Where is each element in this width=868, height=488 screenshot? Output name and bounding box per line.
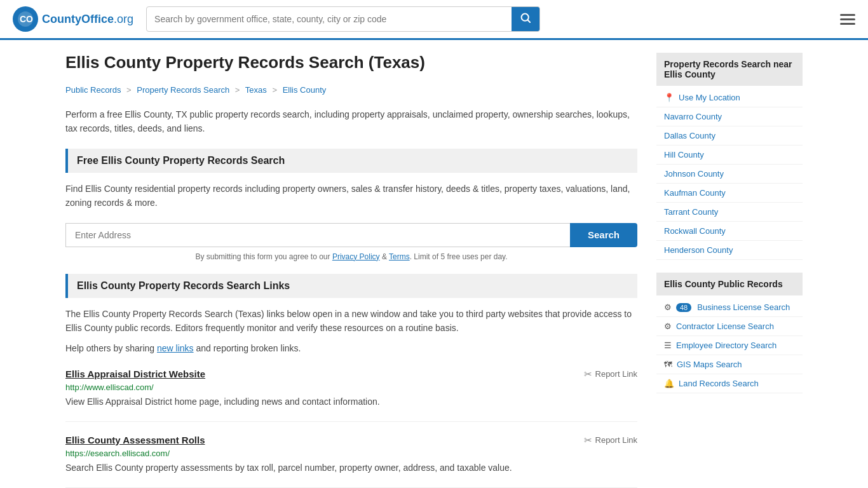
- sidebar-use-location[interactable]: 📍 Use My Location: [656, 88, 803, 107]
- business-license-link[interactable]: Business License Search: [697, 302, 790, 312]
- new-links-link[interactable]: new links: [157, 343, 194, 353]
- hamburger-menu[interactable]: [840, 14, 855, 25]
- page-title: Ellis County Property Records Search (Te…: [65, 53, 637, 72]
- business-badge: 48: [676, 303, 691, 312]
- sidebar-contractor-license[interactable]: ⚙ Contractor License Search: [656, 317, 803, 336]
- use-my-location-link[interactable]: Use My Location: [679, 93, 740, 102]
- report-link-button-0[interactable]: ✂ Report Link: [584, 369, 637, 380]
- sidebar-item-rockwall[interactable]: Rockwall County: [656, 222, 803, 241]
- address-search-form: Search By submitting this form you agree…: [65, 223, 637, 261]
- link-url-0[interactable]: http://www.elliscad.com/: [65, 383, 637, 392]
- sidebar-item-dallas[interactable]: Dallas County: [656, 126, 803, 146]
- sidebar-nearby-header: Property Records Search near Ellis Count…: [656, 53, 803, 86]
- gear-icon-business: ⚙: [664, 302, 672, 312]
- navarro-county-link[interactable]: Navarro County: [664, 112, 722, 121]
- land-records-link[interactable]: Land Records Search: [679, 379, 759, 388]
- henderson-county-link[interactable]: Henderson County: [664, 245, 733, 255]
- global-search-button[interactable]: [512, 7, 539, 31]
- svg-line-3: [527, 20, 530, 22]
- sidebar-public-records-header: Ellis County Public Records: [656, 273, 803, 295]
- breadcrumb-public-records[interactable]: Public Records: [65, 85, 121, 95]
- link-title-0[interactable]: Ellis Appraisal District Website: [65, 369, 205, 379]
- dallas-county-link[interactable]: Dallas County: [664, 131, 715, 140]
- breadcrumb-texas[interactable]: Texas: [245, 85, 267, 95]
- kaufman-county-link[interactable]: Kaufman County: [664, 188, 726, 198]
- sidebar-gis-maps[interactable]: 🗺 GIS Maps Search: [656, 355, 803, 374]
- book-icon: ☰: [664, 341, 672, 350]
- help-text: Help others by sharing new links and rep…: [65, 341, 637, 355]
- form-disclaimer: By submitting this form you agree to our…: [65, 252, 637, 261]
- sidebar-item-johnson[interactable]: Johnson County: [656, 165, 803, 184]
- search-form-row: Search: [65, 223, 637, 247]
- logo-icon: CO: [13, 6, 38, 32]
- breadcrumb: Public Records > Property Records Search…: [65, 81, 637, 98]
- link-item-header-0: Ellis Appraisal District Website ✂ Repor…: [65, 369, 637, 380]
- free-search-desc: Find Ellis County residential property r…: [65, 182, 637, 210]
- breadcrumb-ellis-county[interactable]: Ellis County: [283, 85, 327, 95]
- link-url-1[interactable]: https://esearch.elliscad.com/: [65, 449, 637, 458]
- sidebar-public-records-section: Ellis County Public Records ⚙ 48 Busines…: [656, 273, 803, 393]
- report-link-button-1[interactable]: ✂ Report Link: [584, 435, 637, 446]
- terms-link[interactable]: Terms: [389, 252, 410, 261]
- link-item-1: Ellis County Assessment Rolls ✂ Report L…: [65, 435, 637, 488]
- links-section: The Ellis County Property Records Search…: [65, 307, 637, 356]
- links-desc: The Ellis County Property Records Search…: [65, 307, 637, 336]
- address-search-input[interactable]: [65, 223, 570, 247]
- links-section-header: Ellis County Property Records Search Lin…: [65, 274, 637, 298]
- employee-directory-link[interactable]: Employee Directory Search: [676, 341, 776, 350]
- sidebar: Property Records Search near Ellis Count…: [656, 53, 803, 488]
- link-title-1[interactable]: Ellis County Assessment Rolls: [65, 435, 205, 445]
- map-icon: 🗺: [664, 360, 672, 369]
- sidebar-item-kaufman[interactable]: Kaufman County: [656, 184, 803, 203]
- sidebar-business-license[interactable]: ⚙ 48 Business License Search: [656, 298, 803, 317]
- sidebar-employee-directory[interactable]: ☰ Employee Directory Search: [656, 336, 803, 355]
- logo[interactable]: CO CountyOffice.org: [13, 6, 133, 32]
- link-item-header-1: Ellis County Assessment Rolls ✂ Report L…: [65, 435, 637, 446]
- gear-icon-contractor: ⚙: [664, 322, 672, 331]
- bell-icon: 🔔: [664, 379, 674, 388]
- sidebar-item-henderson[interactable]: Henderson County: [656, 241, 803, 260]
- logo-text: CountyOffice.org: [42, 13, 133, 26]
- report-icon-0: ✂: [584, 369, 592, 380]
- link-desc-1: Search Ellis County property assessments…: [65, 461, 637, 475]
- sidebar-item-tarrant[interactable]: Tarrant County: [656, 203, 803, 222]
- tarrant-county-link[interactable]: Tarrant County: [664, 207, 718, 217]
- svg-text:CO: CO: [20, 14, 33, 24]
- contractor-license-link[interactable]: Contractor License Search: [676, 322, 774, 331]
- global-search-bar[interactable]: [146, 6, 540, 32]
- address-search-button[interactable]: Search: [570, 223, 637, 247]
- page-description: Perform a free Ellis County, TX public p…: [65, 107, 637, 136]
- sidebar-item-hill[interactable]: Hill County: [656, 146, 803, 165]
- link-desc-0: View Ellis Appraisal District home page,…: [65, 395, 637, 409]
- sidebar-nearby-section: Property Records Search near Ellis Count…: [656, 53, 803, 260]
- location-pin-icon: 📍: [664, 93, 674, 102]
- report-icon-1: ✂: [584, 435, 592, 446]
- free-search-header: Free Ellis County Property Records Searc…: [65, 149, 637, 173]
- header: CO CountyOffice.org: [0, 0, 868, 40]
- gis-maps-link[interactable]: GIS Maps Search: [677, 360, 742, 369]
- privacy-policy-link[interactable]: Privacy Policy: [332, 252, 380, 261]
- rockwall-county-link[interactable]: Rockwall County: [664, 226, 726, 236]
- content-area: Ellis County Property Records Search (Te…: [65, 53, 637, 488]
- link-item-0: Ellis Appraisal District Website ✂ Repor…: [65, 369, 637, 422]
- sidebar-item-navarro[interactable]: Navarro County: [656, 107, 803, 126]
- johnson-county-link[interactable]: Johnson County: [664, 169, 724, 179]
- breadcrumb-property-records[interactable]: Property Records Search: [137, 85, 229, 95]
- hill-county-link[interactable]: Hill County: [664, 150, 704, 159]
- main-container: Ellis County Property Records Search (Te…: [53, 40, 815, 488]
- sidebar-land-records[interactable]: 🔔 Land Records Search: [656, 374, 803, 393]
- global-search-input[interactable]: [147, 9, 512, 29]
